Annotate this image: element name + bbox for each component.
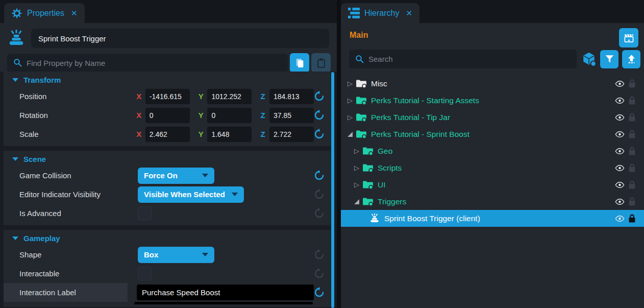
copy-properties-button[interactable] xyxy=(290,53,309,73)
chevron-down-icon xyxy=(232,193,238,196)
hierarchy-icon xyxy=(348,8,360,18)
tree-row[interactable]: Perks Tutorial - Sprint Boost xyxy=(341,126,644,143)
lock-icon[interactable] xyxy=(628,163,636,173)
visibility-eye-icon[interactable] xyxy=(615,164,625,172)
section-transform: Transform Position X Y Z Rotation xyxy=(4,72,331,146)
editor-indicator-dropdown[interactable]: Visible When Selected xyxy=(138,186,244,203)
reset-rotation-button[interactable] xyxy=(314,110,325,121)
upload-icon xyxy=(626,54,637,64)
visibility-eye-icon[interactable] xyxy=(615,198,625,205)
close-icon[interactable]: ✕ xyxy=(71,9,78,18)
tree-row[interactable]: ▷ Perks Tutorial - Tip Jar xyxy=(341,109,644,126)
item-icon xyxy=(356,96,367,105)
reset-scale-button[interactable] xyxy=(314,129,325,139)
object-name-input[interactable] xyxy=(31,29,329,48)
scale-z-input[interactable] xyxy=(269,127,314,142)
tree-row[interactable]: ▷ Misc xyxy=(341,75,644,92)
folder-icon xyxy=(356,129,367,139)
visibility-eye-icon[interactable] xyxy=(615,80,625,87)
item-icon xyxy=(369,214,380,223)
lock-icon[interactable] xyxy=(628,197,636,206)
interaction-label-input[interactable] xyxy=(137,285,314,300)
expand-caret-icon[interactable] xyxy=(346,132,354,137)
property-row-interactable: Interactable xyxy=(4,264,331,283)
tree-row[interactable]: Sprint Boost Trigger (client) xyxy=(341,210,644,227)
lock-icon[interactable] xyxy=(628,146,636,156)
find-property-row xyxy=(7,53,331,73)
reset-editor-indicator-button[interactable] xyxy=(314,189,325,200)
find-property-box xyxy=(7,54,288,73)
trigger-icon xyxy=(7,30,26,47)
reset-game-collision-button[interactable] xyxy=(314,170,325,181)
lock-icon[interactable] xyxy=(628,112,636,122)
expand-caret-icon[interactable]: ▷ xyxy=(353,164,361,172)
section-collapse-caret-icon[interactable] xyxy=(12,157,18,161)
lock-icon[interactable] xyxy=(628,180,636,189)
reset-interactable-button[interactable] xyxy=(314,268,325,279)
expand-caret-icon[interactable]: ▷ xyxy=(346,113,354,121)
filter-button[interactable] xyxy=(600,50,618,68)
item-label: Triggers xyxy=(378,197,406,206)
reset-position-button[interactable] xyxy=(314,91,325,102)
visibility-eye-icon[interactable] xyxy=(615,114,625,121)
property-label: Scale xyxy=(19,130,128,138)
item-label: Sprint Boost Trigger (client) xyxy=(384,214,480,223)
position-z-input[interactable] xyxy=(269,89,314,104)
expand-caret-icon[interactable]: ▷ xyxy=(346,80,354,87)
reset-is-advanced-button[interactable] xyxy=(314,208,325,219)
tree-row[interactable]: Triggers xyxy=(341,193,644,210)
axis-y-label: Y xyxy=(199,130,205,138)
rotation-x-input[interactable] xyxy=(145,108,190,123)
item-icon xyxy=(356,112,367,122)
scene-row: Main xyxy=(341,23,644,50)
paste-properties-button[interactable] xyxy=(311,53,331,73)
tree-row[interactable]: ▷ Scripts xyxy=(341,159,644,176)
reset-shape-button[interactable] xyxy=(314,249,325,260)
find-property-input[interactable] xyxy=(7,54,288,73)
tab-properties[interactable]: Properties ✕ xyxy=(4,3,85,23)
publish-upload-button[interactable] xyxy=(622,50,640,68)
rotation-y-input[interactable] xyxy=(207,108,252,123)
lock-icon[interactable] xyxy=(628,96,636,105)
expand-caret-icon[interactable]: ▷ xyxy=(353,147,361,155)
axis-y-label: Y xyxy=(199,111,205,120)
search-icon xyxy=(355,54,365,64)
scale-x-input[interactable] xyxy=(145,127,190,142)
hierarchy-search-input[interactable] xyxy=(349,50,577,68)
expand-caret-icon[interactable]: ▷ xyxy=(353,181,361,188)
copy-icon xyxy=(294,58,305,68)
position-x-input[interactable] xyxy=(145,89,190,104)
visibility-eye-icon[interactable] xyxy=(615,181,625,188)
lock-icon[interactable] xyxy=(628,129,636,139)
section-collapse-caret-icon[interactable] xyxy=(12,236,18,240)
scene-settings-button[interactable] xyxy=(619,28,638,48)
property-row-rotation: Rotation X Y Z xyxy=(4,106,331,125)
tree-row[interactable]: ▷ Geo xyxy=(341,143,644,159)
lock-icon[interactable] xyxy=(628,79,636,88)
reset-interaction-label-button[interactable] xyxy=(314,287,325,298)
interactable-checkbox[interactable] xyxy=(138,267,152,280)
hierarchy-tabbar: Hierarchy ✕ xyxy=(341,0,644,23)
is-advanced-checkbox[interactable] xyxy=(138,206,152,220)
tree-row[interactable]: ▷ UI xyxy=(341,176,644,193)
visibility-eye-icon[interactable] xyxy=(615,131,625,138)
properties-scrollbar[interactable] xyxy=(331,72,334,308)
game-collision-dropdown[interactable]: Force On xyxy=(138,168,214,184)
visibility-eye-icon[interactable] xyxy=(615,97,625,104)
section-collapse-caret-icon[interactable] xyxy=(12,78,18,82)
visibility-eye-icon[interactable] xyxy=(615,148,625,155)
rotation-z-input[interactable] xyxy=(269,108,314,123)
expand-caret-icon[interactable]: ▷ xyxy=(346,97,354,104)
lock-icon[interactable] xyxy=(628,214,636,223)
shape-dropdown[interactable]: Box xyxy=(138,247,214,263)
visibility-eye-icon[interactable] xyxy=(615,215,625,222)
expand-caret-icon[interactable] xyxy=(353,199,361,204)
scale-y-input[interactable] xyxy=(207,127,252,142)
position-y-input[interactable] xyxy=(207,89,252,104)
close-icon[interactable]: ✕ xyxy=(406,9,412,18)
tab-hierarchy[interactable]: Hierarchy ✕ xyxy=(341,3,419,23)
tree-row[interactable]: ▷ Perks Tutorial - Starting Assets xyxy=(341,92,644,109)
reset-icon xyxy=(314,268,325,279)
network-cube-icon[interactable] xyxy=(581,52,597,67)
property-label: Game Collision xyxy=(19,171,131,180)
